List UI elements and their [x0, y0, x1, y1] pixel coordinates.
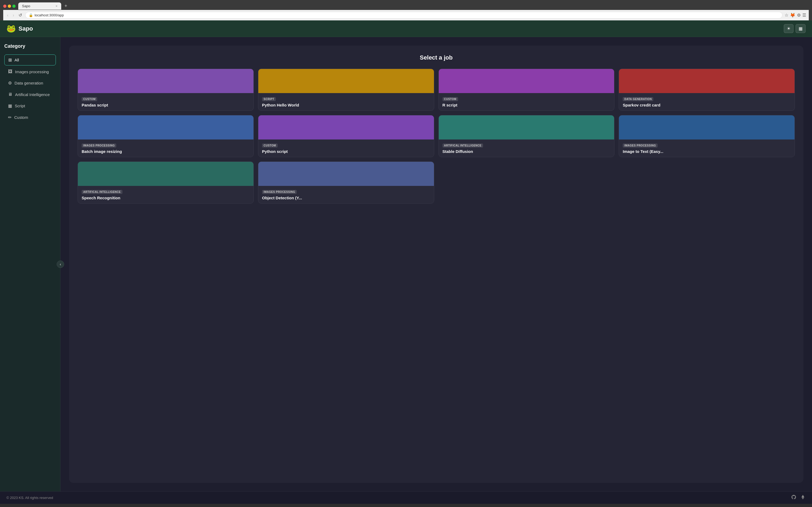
sidebar-item-custom-label: Custom [14, 115, 28, 120]
job-card-body-9: ARTIFICAL INTELLIGENCE Speech Recognitio… [78, 186, 253, 203]
job-card-title-3: R script [443, 103, 611, 107]
job-card-r-script[interactable]: CUSTOM R script [439, 69, 615, 111]
sidebar: Category ⊞ All 🖼 Images processing ⚙ Dat… [0, 37, 60, 492]
maximize-dot[interactable] [12, 5, 15, 8]
job-card-image-3 [439, 69, 614, 93]
browser-tabs: Sapo × + [3, 2, 809, 10]
browser-toolbar: ‹ › ↺ 🔒 localhost:3000/app ☆ 🦊 ⚙ ☰ [3, 10, 809, 20]
sidebar-item-all[interactable]: ⊞ All [4, 54, 56, 65]
job-card-title-8: Image to Text (Easy... [623, 149, 791, 154]
security-icon: 🔒 [29, 13, 33, 17]
github-icon[interactable] [791, 494, 797, 501]
job-card-badge-7: ARTIFICAL INTELLIGENCE [443, 144, 483, 148]
window-controls [3, 5, 15, 8]
app-footer: © 2023 KS. All rights reserved [0, 492, 812, 504]
job-card-body-2: SCRIPT Python Hello World [258, 93, 434, 111]
menu-icon[interactable]: ☰ [802, 13, 806, 18]
page-title: Select a job [78, 54, 795, 61]
job-card-image-5 [78, 115, 253, 139]
images-icon: 🖼 [8, 69, 12, 74]
job-card-stable-diffusion[interactable]: ARTIFICAL INTELLIGENCE Stable Diffusion [439, 115, 615, 157]
job-card-body-7: ARTIFICAL INTELLIGENCE Stable Diffusion [439, 139, 614, 157]
address-bar[interactable]: 🔒 localhost:3000/app [25, 12, 782, 18]
app-header: 🐸 Sapo ☀ ▦ [0, 20, 812, 37]
job-grid: CUSTOM Pandas script SCRIPT Python Hello… [78, 69, 795, 204]
job-card-image-9 [78, 162, 253, 186]
job-card-image-6 [258, 115, 434, 139]
job-card-python-script[interactable]: CUSTOM Python script [258, 115, 434, 157]
job-card-image-10 [258, 162, 434, 186]
job-card-badge-6: CUSTOM [262, 144, 277, 148]
footer-icons [791, 494, 806, 501]
sidebar-title: Category [4, 44, 56, 49]
job-card-body-10: IMAGES PROCESSING Object Detection (Y... [258, 186, 434, 203]
job-selection-panel: Select a job CUSTOM Pandas script [69, 46, 803, 483]
job-card-title-7: Stable Diffusion [443, 149, 611, 154]
sidebar-item-artificial-intelligence[interactable]: 🖥 Artifical Intelligence [4, 89, 56, 100]
tab-title: Sapo [22, 4, 30, 8]
job-card-python-hello-world[interactable]: SCRIPT Python Hello World [258, 69, 434, 111]
job-card-title-2: Python Hello World [262, 103, 430, 107]
job-card-image-to-text[interactable]: IMAGES PROCESSING Image to Text (Easy... [619, 115, 795, 157]
job-card-image-7 [439, 115, 614, 139]
main-content: Select a job CUSTOM Pandas script [60, 37, 812, 492]
job-card-body-1: CUSTOM Pandas script [78, 93, 253, 111]
sidebar-item-all-label: All [14, 58, 19, 62]
bookmark-icon[interactable]: ☆ [784, 13, 789, 18]
job-card-title-6: Python script [262, 149, 430, 154]
close-dot[interactable] [3, 5, 6, 8]
nav-back-button[interactable]: ‹ [6, 12, 9, 19]
ethereum-icon[interactable] [800, 494, 806, 501]
all-icon: ⊞ [8, 57, 12, 62]
job-card-title-1: Pandas script [82, 103, 250, 107]
sidebar-item-images-label: Images processing [15, 69, 49, 74]
job-card-badge-9: ARTIFICAL INTELLIGENCE [82, 190, 122, 194]
browser-tab-active[interactable]: Sapo × [18, 2, 61, 10]
ai-icon: 🖥 [8, 92, 12, 97]
nav-reload-button[interactable]: ↺ [17, 11, 23, 19]
browser-chrome: Sapo × + ‹ › ↺ 🔒 localhost:3000/app ☆ 🦊 … [0, 0, 812, 20]
data-gen-icon: ⚙ [8, 80, 12, 86]
logo-emoji: 🐸 [6, 24, 16, 33]
app-logo: 🐸 Sapo [6, 24, 33, 33]
job-card-speech-recognition[interactable]: ARTIFICAL INTELLIGENCE Speech Recognitio… [78, 162, 254, 204]
sidebar-collapse-button[interactable]: ‹ [57, 261, 64, 268]
job-card-image-1 [78, 69, 253, 93]
job-card-body-5: IMAGES PROCESSING Batch image resizing [78, 139, 253, 157]
job-card-pandas-script[interactable]: CUSTOM Pandas script [78, 69, 254, 111]
minimize-dot[interactable] [8, 5, 11, 8]
job-card-image-8 [619, 115, 795, 139]
job-card-body-3: CUSTOM R script [439, 93, 614, 111]
new-tab-button[interactable]: + [62, 2, 69, 10]
custom-icon: ✏ [8, 115, 11, 120]
extension2-icon[interactable]: ⚙ [797, 13, 801, 18]
job-card-body-4: DATA GENERATION Sparkov credit card [619, 93, 795, 111]
nav-forward-button[interactable]: › [11, 12, 15, 19]
grid-view-button[interactable]: ▦ [796, 24, 806, 33]
job-card-object-detection[interactable]: IMAGES PROCESSING Object Detection (Y... [258, 162, 434, 204]
url-text: localhost:3000/app [35, 13, 64, 17]
tab-close-button[interactable]: × [56, 4, 57, 8]
job-card-image-2 [258, 69, 434, 93]
theme-toggle-button[interactable]: ☀ [784, 24, 794, 33]
job-card-image-4 [619, 69, 795, 93]
job-card-body-6: CUSTOM Python script [258, 139, 434, 157]
job-card-badge-1: CUSTOM [82, 97, 97, 101]
job-card-badge-4: DATA GENERATION [623, 97, 653, 101]
job-card-batch-image-resizing[interactable]: IMAGES PROCESSING Batch image resizing [78, 115, 254, 157]
sidebar-item-script[interactable]: ▦ Script [4, 101, 56, 111]
job-card-body-8: IMAGES PROCESSING Image to Text (Easy... [619, 139, 795, 157]
sidebar-item-data-generation[interactable]: ⚙ Data generation [4, 78, 56, 88]
sidebar-item-data-label: Data generation [14, 81, 43, 85]
job-card-sparkov-credit[interactable]: DATA GENERATION Sparkov credit card [619, 69, 795, 111]
job-card-badge-8: IMAGES PROCESSING [623, 144, 657, 148]
job-card-badge-10: IMAGES PROCESSING [262, 190, 297, 194]
extension-icon[interactable]: 🦊 [790, 13, 795, 18]
toolbar-actions: ☆ 🦊 ⚙ ☰ [784, 13, 806, 18]
job-card-badge-3: CUSTOM [443, 97, 458, 101]
sidebar-item-images-processing[interactable]: 🖼 Images processing [4, 66, 56, 77]
sidebar-item-custom[interactable]: ✏ Custom [4, 112, 56, 123]
job-card-badge-2: SCRIPT [262, 97, 276, 101]
job-card-badge-5: IMAGES PROCESSING [82, 144, 116, 148]
logo-text: Sapo [18, 25, 33, 32]
